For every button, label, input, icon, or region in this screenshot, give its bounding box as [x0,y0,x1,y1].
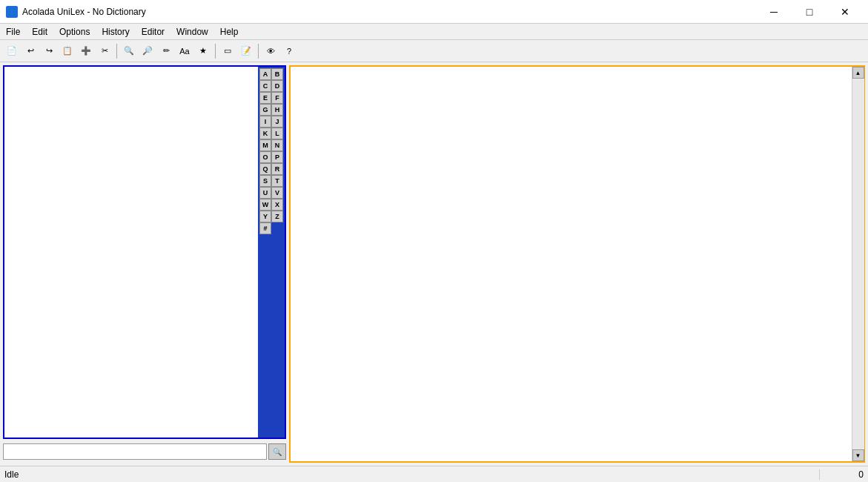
word-list-area: ABCDEFGHIJKLMNOPQRSTUVWXYZ# [3,65,286,439]
alpha-btn-W[interactable]: W [259,199,271,211]
alpha-btn-E[interactable]: E [259,92,271,104]
alpha-row: QR [259,163,283,175]
alpha-row: UV [259,187,283,199]
title-bar-controls: ─ □ ✕ [757,0,862,24]
right-scrollbar: ▲ ▼ [852,67,864,461]
menu-item-file[interactable]: File [0,24,26,39]
alpha-btn-L[interactable]: L [271,128,283,139]
search-input[interactable] [3,443,267,460]
alpha-btn-B[interactable]: B [271,68,283,80]
left-panel: ABCDEFGHIJKLMNOPQRSTUVWXYZ# 🔍 [0,62,289,466]
menu-item-history[interactable]: History [96,24,135,39]
alpha-btn-S[interactable]: S [259,175,271,187]
alpha-btn-F[interactable]: F [271,92,283,104]
menu-item-help[interactable]: Help [214,24,245,39]
right-panel: ▲ ▼ [289,65,865,463]
alpha-btn-Z[interactable]: Z [271,211,283,222]
alpha-row: EF [259,92,283,104]
toolbar-btn-btn3[interactable]: ↪ [40,42,58,60]
toolbar-btn-btn10[interactable]: Aa [176,42,193,60]
alpha-btn-I[interactable]: I [259,116,271,128]
menu-item-editor[interactable]: Editor [136,24,170,39]
alpha-row: CD [259,80,283,92]
alpha-row: WX [259,199,283,211]
toolbar-btn-btn4[interactable]: 📋 [59,42,76,60]
alpha-row: AB [259,68,283,80]
alpha-row: ST [259,175,283,187]
toolbar-btn-btn2[interactable]: ↩ [21,42,39,60]
toolbar-btn-btn1[interactable]: 📄 [3,42,21,60]
toolbar-btn-btn15[interactable]: ? [280,42,298,60]
scroll-track[interactable] [852,79,864,449]
menu-item-window[interactable]: Window [170,24,214,39]
toolbar-btn-btn5[interactable]: ➕ [77,42,95,60]
word-list[interactable] [4,67,258,438]
alpha-row: IJ [259,116,283,128]
alpha-btn-N[interactable]: N [271,139,283,151]
alpha-btn-X[interactable]: X [271,199,283,211]
title-bar: Acolada UniLex - No Dictionary ─ □ ✕ [0,0,868,24]
app-icon [6,6,18,18]
alpha-btn-empty [271,222,283,234]
status-text: Idle [4,469,819,480]
alpha-btn-V[interactable]: V [271,187,283,199]
alpha-sidebar: ABCDEFGHIJKLMNOPQRSTUVWXYZ# [258,67,285,438]
alpha-btn-H[interactable]: H [271,104,283,116]
menu-bar: FileEditOptionsHistoryEditorWindowHelp [0,24,868,40]
alpha-btn-A[interactable]: A [259,68,271,80]
toolbar-btn-btn14[interactable]: 👁 [262,42,279,60]
alpha-btn-R[interactable]: R [271,163,283,175]
alpha-btn-Q[interactable]: Q [259,163,271,175]
alpha-row: OP [259,151,283,163]
close-button[interactable]: ✕ [828,0,862,24]
status-bar: Idle 0 [0,466,868,482]
toolbar-btn-btn9[interactable]: ✏ [157,42,175,60]
toolbar-sep-13 [258,44,259,59]
title-bar-text: Acolada UniLex - No Dictionary [22,7,757,17]
status-count: 0 [819,469,864,480]
toolbar-btn-btn6[interactable]: ✂ [96,42,113,60]
alpha-btn-C[interactable]: C [259,80,271,92]
alpha-btn-Y[interactable]: Y [259,211,271,222]
alpha-btn-O[interactable]: O [259,151,271,163]
alpha-btn-#[interactable]: # [259,222,271,234]
menu-item-options[interactable]: Options [53,24,96,39]
alpha-btn-K[interactable]: K [259,128,271,139]
toolbar: 📄↩↪📋➕✂🔍🔎✏Aa★▭📝👁? [0,40,868,62]
alpha-row: YZ [259,211,283,222]
search-button[interactable]: 🔍 [268,443,286,460]
maximize-button[interactable]: □ [792,0,826,24]
alpha-btn-T[interactable]: T [271,175,283,187]
menu-item-edit[interactable]: Edit [26,24,53,39]
alpha-btn-P[interactable]: P [271,151,283,163]
toolbar-btn-btn7[interactable]: 🔍 [120,42,138,60]
toolbar-btn-btn13[interactable]: 📝 [237,42,255,60]
toolbar-btn-btn11[interactable]: ★ [194,42,212,60]
minimize-button[interactable]: ─ [757,0,791,24]
scroll-up-arrow[interactable]: ▲ [852,67,864,79]
alpha-btn-D[interactable]: D [271,80,283,92]
alpha-btn-J[interactable]: J [271,116,283,128]
scroll-down-arrow[interactable]: ▼ [852,449,864,461]
toolbar-sep-11 [215,44,216,59]
alpha-row: GH [259,104,283,116]
alpha-row: # [259,222,283,234]
main-content: ABCDEFGHIJKLMNOPQRSTUVWXYZ# 🔍 ▲ ▼ [0,62,868,466]
alpha-row: KL [259,128,283,139]
alpha-btn-M[interactable]: M [259,139,271,151]
alpha-row: MN [259,139,283,151]
alpha-btn-G[interactable]: G [259,104,271,116]
search-bar: 🔍 [3,440,286,463]
toolbar-btn-btn8[interactable]: 🔎 [139,42,156,60]
alpha-btn-U[interactable]: U [259,187,271,199]
toolbar-sep-6 [116,44,117,59]
toolbar-btn-btn12[interactable]: ▭ [219,42,236,60]
